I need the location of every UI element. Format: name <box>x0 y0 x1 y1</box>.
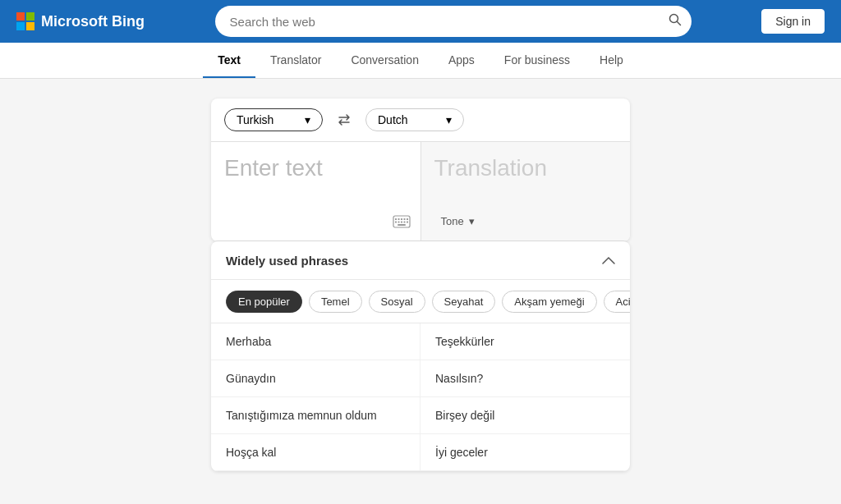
target-lang-label: Dutch <box>378 113 408 126</box>
tone-chevron-icon: ▾ <box>469 215 475 227</box>
search-input[interactable] <box>215 6 692 37</box>
tag-acil[interactable]: Acil <box>604 291 630 313</box>
source-lang-chevron-icon: ▾ <box>305 113 310 126</box>
nav-bar: Text Translator Conversation Apps For bu… <box>0 43 841 79</box>
tag-en-populer[interactable]: En popüler <box>226 291 302 313</box>
target-lang-dropdown[interactable]: Dutch ▾ <box>365 108 464 131</box>
tone-button[interactable]: Tone ▾ <box>428 208 488 234</box>
nav-item-apps[interactable]: Apps <box>434 44 489 78</box>
svg-rect-5 <box>401 218 402 220</box>
svg-rect-4 <box>398 218 399 220</box>
logo-area: Microsoft Bing <box>16 12 145 30</box>
svg-rect-13 <box>398 224 406 226</box>
target-text-panel: Translation Tone ▾ <box>421 142 631 241</box>
tag-seyahat[interactable]: Seyahat <box>432 291 496 313</box>
phrases-list: Merhaba Teşekkürler Günaydın Nasılsın? T… <box>211 323 630 471</box>
nav-item-for-business[interactable]: For business <box>489 44 585 78</box>
nav-item-conversation[interactable]: Conversation <box>336 44 434 78</box>
sign-in-button[interactable]: Sign in <box>761 9 825 34</box>
source-text-placeholder: Enter text <box>224 155 323 181</box>
svg-rect-9 <box>398 222 399 223</box>
source-lang-dropdown[interactable]: Turkish ▾ <box>224 108 323 131</box>
nav-item-text[interactable]: Text <box>203 44 255 78</box>
svg-rect-7 <box>407 218 408 220</box>
tone-label: Tone <box>441 215 464 227</box>
phrases-tags: En popüler Temel Sosyal Seyahat Akşam ye… <box>211 280 630 323</box>
tag-sosyal[interactable]: Sosyal <box>369 291 425 313</box>
search-bar <box>215 6 692 37</box>
translator-panels: Enter text <box>211 142 630 241</box>
svg-rect-12 <box>407 222 408 223</box>
phrase-item[interactable]: Hoşça kal <box>211 434 420 471</box>
translator-box: Turkish ▾ Dutch ▾ Enter text <box>211 99 630 241</box>
svg-rect-3 <box>395 218 397 220</box>
phrase-item[interactable]: Merhaba <box>211 323 420 360</box>
translator-container: Turkish ▾ Dutch ▾ Enter text <box>211 99 630 471</box>
phrase-item[interactable]: Tanıştığımıza memnun oldum <box>211 397 420 434</box>
phrases-title: Widely used phrases <box>226 254 348 268</box>
keyboard-icon[interactable] <box>393 215 411 232</box>
nav-item-translator[interactable]: Translator <box>255 44 337 78</box>
source-lang-label: Turkish <box>237 113 273 126</box>
svg-rect-6 <box>403 218 405 220</box>
phrase-item[interactable]: Günaydın <box>211 360 420 397</box>
target-lang-chevron-icon: ▾ <box>446 113 452 126</box>
phrase-item[interactable]: Birşey değil <box>420 397 630 434</box>
bing-logo-icon <box>16 12 34 30</box>
swap-languages-button[interactable] <box>329 108 359 131</box>
logo-text: Microsoft Bing <box>41 13 145 30</box>
collapse-phrases-button[interactable] <box>602 253 615 268</box>
tag-temel[interactable]: Temel <box>309 291 362 313</box>
lang-select-bar: Turkish ▾ Dutch ▾ <box>211 99 630 142</box>
phrase-item[interactable]: İyi geceler <box>420 434 630 471</box>
phrase-item[interactable]: Teşekkürler <box>420 323 630 360</box>
svg-line-1 <box>677 22 680 25</box>
svg-rect-11 <box>403 222 405 223</box>
svg-rect-8 <box>395 222 397 223</box>
phrases-header: Widely used phrases <box>211 241 630 280</box>
tag-aksam-yemegi[interactable]: Akşam yemeği <box>502 291 596 313</box>
search-button[interactable] <box>669 13 682 30</box>
source-text-panel[interactable]: Enter text <box>211 142 421 241</box>
header: Microsoft Bing Sign in <box>0 0 841 43</box>
phrase-item[interactable]: Nasılsın? <box>420 360 630 397</box>
nav-item-help[interactable]: Help <box>585 44 638 78</box>
phrases-section: Widely used phrases En popüler Temel Sos… <box>211 241 630 471</box>
translation-placeholder: Translation <box>434 155 547 181</box>
main-content: Turkish ▾ Dutch ▾ Enter text <box>0 79 841 491</box>
svg-rect-10 <box>401 222 402 223</box>
